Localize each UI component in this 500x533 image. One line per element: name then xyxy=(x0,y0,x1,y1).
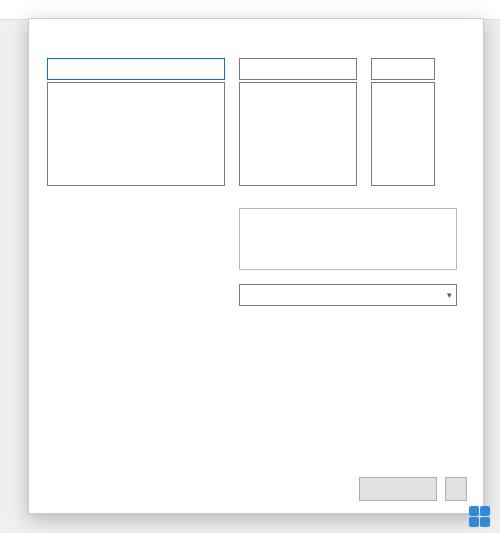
style-column xyxy=(239,55,357,186)
size-input[interactable] xyxy=(371,58,435,80)
script-combobox[interactable]: ▾ xyxy=(239,284,457,306)
cancel-button[interactable] xyxy=(445,477,467,501)
columns xyxy=(47,55,465,186)
dialog-body: ▾ xyxy=(29,49,483,316)
sample-group xyxy=(239,208,457,270)
button-row xyxy=(359,477,467,501)
parent-menu xyxy=(0,0,500,20)
titlebar xyxy=(29,19,483,49)
size-column xyxy=(371,55,435,186)
font-listbox[interactable] xyxy=(47,82,225,186)
style-listbox[interactable] xyxy=(239,82,357,186)
close-button[interactable] xyxy=(445,20,483,48)
sample-preview xyxy=(239,208,457,270)
size-listbox[interactable] xyxy=(371,82,435,186)
chevron-down-icon: ▾ xyxy=(447,290,452,300)
font-dialog: ▾ xyxy=(28,18,484,514)
style-input[interactable] xyxy=(239,58,357,80)
font-input[interactable] xyxy=(47,58,225,80)
script-group: ▾ xyxy=(239,284,457,306)
ok-button[interactable] xyxy=(359,477,437,501)
font-column xyxy=(47,55,225,186)
